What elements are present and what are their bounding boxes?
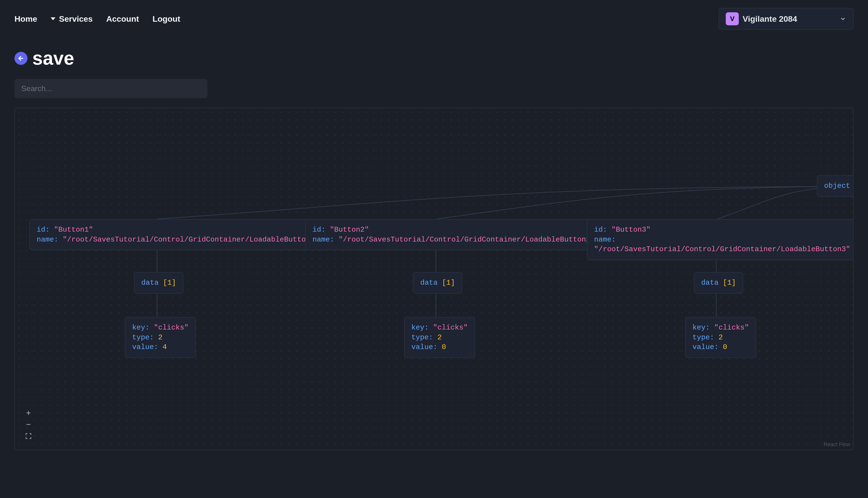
node-kv1[interactable]: key: "clicks" type: 2 value: 4 <box>125 317 196 358</box>
maximize-icon <box>25 433 32 440</box>
zoom-in-button[interactable] <box>24 408 33 418</box>
line: type: 2 <box>132 333 189 342</box>
node-data1[interactable]: data [1] <box>134 272 183 293</box>
line: key: "clicks" <box>132 323 189 333</box>
node-objects[interactable]: object <box>817 175 854 197</box>
project-name: Vigilante 2084 <box>743 14 836 24</box>
plus-icon <box>25 409 32 416</box>
line: value: 4 <box>132 342 189 352</box>
attribution: React Flow <box>824 441 850 448</box>
objects-label: object <box>824 182 850 190</box>
line: key: "clicks" <box>692 323 749 333</box>
project-dropdown[interactable]: V Vigilante 2084 <box>718 8 854 30</box>
line: name: "/root/SavesTutorial/Control/GridC… <box>37 235 314 245</box>
fit-view-button[interactable] <box>24 431 33 441</box>
node-data2[interactable]: data [1] <box>413 272 462 293</box>
line: type: 2 <box>411 333 468 342</box>
canvas-controls <box>24 408 33 441</box>
caret-down-icon <box>51 17 55 20</box>
canvas[interactable]: object id: "Button1" name: "/root/SavesT… <box>14 108 854 450</box>
zoom-out-button[interactable] <box>24 420 33 429</box>
search-input[interactable] <box>14 79 207 98</box>
back-button[interactable] <box>14 52 27 65</box>
nav-logout[interactable]: Logout <box>152 14 180 24</box>
node-button1[interactable]: id: "Button1" name: "/root/SavesTutorial… <box>29 219 322 250</box>
line: type: 2 <box>692 333 749 342</box>
nav-home[interactable]: Home <box>14 14 37 24</box>
line: name: "/root/SavesTutorial/Control/GridC… <box>312 235 595 245</box>
node-kv2[interactable]: key: "clicks" type: 2 value: 0 <box>404 317 475 358</box>
line: name: "/root/SavesTutorial/Control/GridC… <box>594 235 850 254</box>
chevron-down-icon <box>840 15 846 22</box>
arrow-left-icon <box>17 55 25 62</box>
page-title: save <box>32 47 74 69</box>
page-header: save <box>0 38 868 74</box>
project-avatar: V <box>726 12 739 25</box>
nav-account[interactable]: Account <box>106 14 139 24</box>
line: id: "Button1" <box>37 225 314 235</box>
line: value: 0 <box>692 342 749 352</box>
minus-icon <box>25 421 32 428</box>
line: id: "Button2" <box>312 225 595 235</box>
node-data3[interactable]: data [1] <box>694 272 743 293</box>
top-nav: Home Services Account Logout V Vigilante… <box>0 0 868 38</box>
nav-services-label: Services <box>59 14 93 24</box>
nav-services[interactable]: Services <box>51 14 93 24</box>
search-container <box>0 74 868 108</box>
nav-left: Home Services Account Logout <box>14 14 180 24</box>
node-button3[interactable]: id: "Button3" name: "/root/SavesTutorial… <box>587 219 854 260</box>
line: key: "clicks" <box>411 323 468 333</box>
node-button2[interactable]: id: "Button2" name: "/root/SavesTutorial… <box>305 219 602 250</box>
line: id: "Button3" <box>594 225 850 235</box>
line: value: 0 <box>411 342 468 352</box>
node-kv3[interactable]: key: "clicks" type: 2 value: 0 <box>685 317 756 358</box>
